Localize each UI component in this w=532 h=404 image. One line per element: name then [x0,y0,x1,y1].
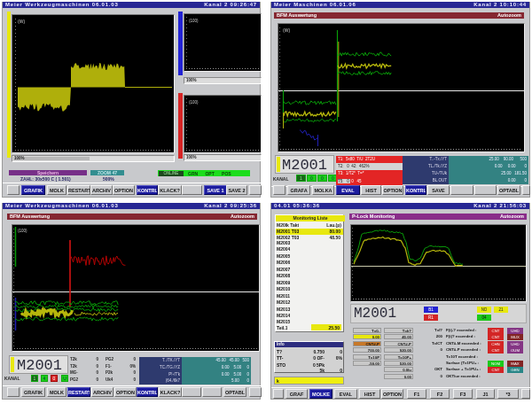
svg-text:(W): (W) [283,27,290,33]
svg-text:(100): (100) [18,229,27,233]
svg-text:(100): (100) [189,19,199,23]
svg-text:(W): (W) [18,19,25,24]
svg-text:(100): (100) [189,100,199,105]
